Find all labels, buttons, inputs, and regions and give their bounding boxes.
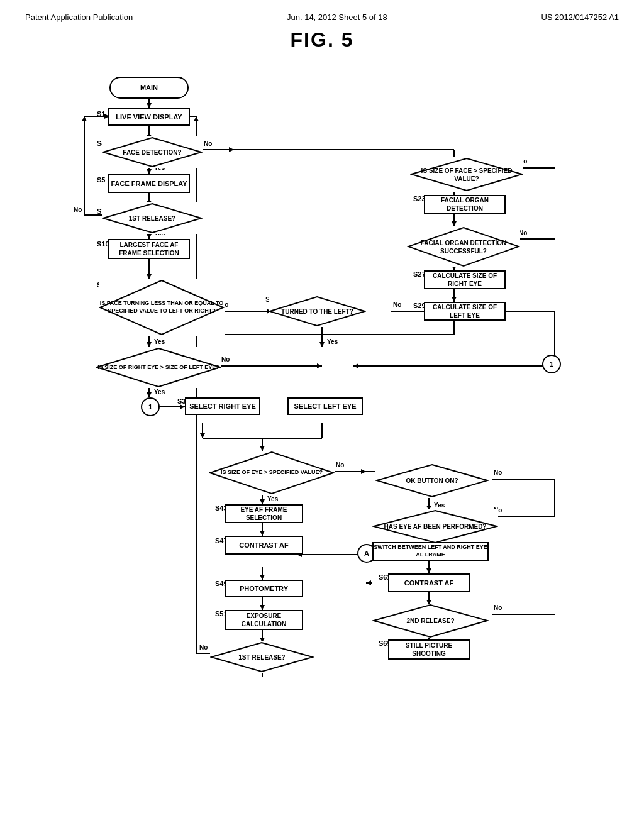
svg-marker-17 bbox=[82, 116, 87, 121]
svg-marker-38 bbox=[452, 297, 457, 302]
svg-text:Yes: Yes bbox=[267, 495, 279, 502]
box-s25: FACIAL ORGAN DETECTION SUCCESSFUL? bbox=[407, 226, 520, 267]
svg-text:Yes: Yes bbox=[154, 389, 165, 396]
svg-marker-49 bbox=[319, 342, 325, 347]
svg-marker-64 bbox=[200, 433, 205, 438]
box-s7: 1ST RELEASE? bbox=[102, 202, 203, 234]
box-s57: HAS EYE AF BEEN PERFORMED? bbox=[372, 509, 498, 544]
box-s37: SELECT RIGHT EYE bbox=[185, 397, 260, 415]
svg-marker-5 bbox=[147, 169, 152, 174]
header-right: US 2012/0147252 A1 bbox=[541, 13, 619, 22]
label-s10: S10 bbox=[97, 240, 109, 248]
svg-marker-82 bbox=[260, 575, 265, 580]
svg-marker-8 bbox=[229, 147, 234, 152]
svg-marker-31 bbox=[452, 221, 457, 226]
svg-marker-75 bbox=[260, 499, 265, 504]
box-s21: IS SIZE OF FACE > SPECIFIED VALUE? bbox=[410, 157, 523, 192]
box-s5: FACE FRAME DISPLAY bbox=[108, 174, 190, 193]
box-s29: CALCULATE SIZE OF LEFT EYE bbox=[424, 302, 506, 321]
svg-marker-78 bbox=[260, 531, 265, 536]
svg-text:No: No bbox=[519, 230, 527, 236]
svg-text:Yes: Yes bbox=[434, 502, 445, 509]
box-s39: SELECT LEFT EYE bbox=[287, 397, 363, 415]
svg-marker-68 bbox=[260, 446, 265, 451]
svg-text:No: No bbox=[74, 206, 82, 213]
box-s51: EXPOSURE CALCULATION bbox=[225, 610, 303, 630]
connector-1-left: 1 bbox=[141, 397, 160, 416]
svg-marker-84 bbox=[260, 605, 265, 610]
box-s47: CONTRAST AF bbox=[225, 536, 303, 555]
svg-marker-46 bbox=[147, 342, 152, 347]
svg-marker-106 bbox=[426, 568, 431, 573]
box-s33: IS SIZE OF RIGHT EYE > SIZE OF LEFT EYE? bbox=[96, 347, 221, 388]
box-s10: LARGEST FACE AF FRAME SELECTION bbox=[108, 239, 190, 259]
svg-text:Yes: Yes bbox=[327, 338, 338, 345]
svg-marker-90 bbox=[194, 116, 199, 121]
label-s5: S5 bbox=[97, 176, 105, 184]
header-left: Patent Application Publication bbox=[25, 13, 133, 22]
svg-marker-58 bbox=[317, 363, 322, 368]
box-s4: FACE DETECTION? bbox=[102, 136, 203, 168]
box-s63: 2ND RELEASE? bbox=[372, 604, 489, 638]
box-s31: IS FACE TURNING LESS THAN OR EQUAL TO SP… bbox=[99, 279, 225, 336]
header-center: Jun. 14, 2012 Sheet 5 of 18 bbox=[287, 13, 387, 22]
svg-text:No: No bbox=[204, 140, 212, 147]
box-s1: LIVE VIEW DISPLAY bbox=[108, 108, 190, 126]
svg-marker-1 bbox=[147, 103, 152, 108]
svg-marker-55 bbox=[147, 392, 152, 397]
box-s59: SWITCH BETWEEN LEFT AND RIGHT EYE AF FRA… bbox=[372, 542, 489, 561]
svg-text:No: No bbox=[199, 644, 208, 651]
label-s1: S1 bbox=[97, 110, 105, 118]
box-s35: TURNED TO THE LEFT? bbox=[269, 296, 366, 327]
svg-marker-22 bbox=[147, 274, 152, 279]
box-s41: IS SIZE OF EYE > SPECIFIED VALUE? bbox=[209, 451, 335, 495]
box-s23: FACIAL ORGAN DETECTION bbox=[424, 195, 506, 214]
box-s49: PHOTOMETRY bbox=[225, 580, 303, 597]
svg-text:No: No bbox=[221, 356, 230, 363]
flowchart: Yes No Yes No bbox=[39, 64, 605, 787]
connector-1-right: 1 bbox=[542, 355, 561, 374]
page-header: Patent Application Publication Jun. 14, … bbox=[25, 13, 619, 22]
svg-marker-13 bbox=[147, 234, 152, 239]
svg-marker-61 bbox=[180, 404, 185, 409]
svg-text:No: No bbox=[393, 301, 401, 308]
svg-text:Yes: Yes bbox=[154, 338, 165, 345]
box-s43: EYE AF FRAME SELECTION bbox=[225, 504, 303, 523]
box-s65: STILL PICTURE SHOOTING bbox=[388, 639, 470, 660]
box-s55: OK BUTTON ON? bbox=[375, 463, 489, 498]
svg-text:No: No bbox=[494, 469, 502, 476]
figure-title: FIG. 5 bbox=[25, 28, 619, 52]
svg-marker-70 bbox=[353, 363, 358, 368]
svg-text:No: No bbox=[494, 604, 502, 611]
svg-marker-72 bbox=[361, 469, 366, 474]
box-s61: CONTRAST AF bbox=[388, 573, 470, 592]
page: Patent Application Publication Jun. 14, … bbox=[0, 0, 644, 830]
box-main: MAIN bbox=[109, 77, 189, 99]
svg-marker-110 bbox=[366, 580, 371, 585]
svg-text:No: No bbox=[336, 462, 344, 468]
box-s53: 1ST RELEASE? bbox=[210, 641, 314, 673]
box-s27: CALCULATE SIZE OF RIGHT EYE bbox=[424, 270, 506, 289]
